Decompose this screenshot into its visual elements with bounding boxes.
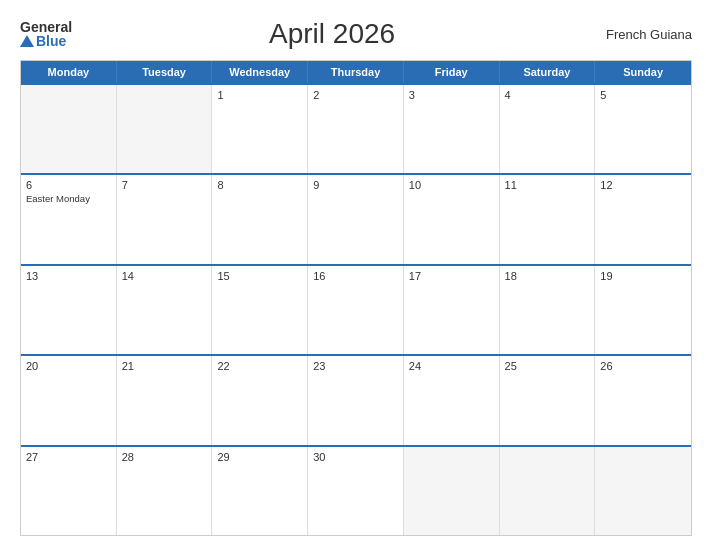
calendar-cell: 5 (595, 85, 691, 173)
date-number: 28 (122, 451, 207, 463)
date-number: 24 (409, 360, 494, 372)
date-number: 15 (217, 270, 302, 282)
date-number: 7 (122, 179, 207, 191)
date-number: 19 (600, 270, 686, 282)
calendar-cell: 9 (308, 175, 404, 263)
date-number: 2 (313, 89, 398, 101)
calendar-page: General Blue April 2026 French Guiana Mo… (0, 0, 712, 550)
calendar-cell: 10 (404, 175, 500, 263)
calendar-cell: 30 (308, 447, 404, 535)
date-number: 5 (600, 89, 686, 101)
date-number: 26 (600, 360, 686, 372)
calendar-cell: 6Easter Monday (21, 175, 117, 263)
date-number: 20 (26, 360, 111, 372)
date-number: 16 (313, 270, 398, 282)
calendar-cell: 8 (212, 175, 308, 263)
calendar-cell: 16 (308, 266, 404, 354)
calendar-cell: 22 (212, 356, 308, 444)
date-number: 4 (505, 89, 590, 101)
logo: General Blue (20, 20, 72, 48)
calendar-cell: 4 (500, 85, 596, 173)
calendar-cell: 15 (212, 266, 308, 354)
calendar-cell: 23 (308, 356, 404, 444)
date-number: 14 (122, 270, 207, 282)
calendar-cell: 27 (21, 447, 117, 535)
calendar-event: Easter Monday (26, 193, 111, 204)
calendar-cell: 1 (212, 85, 308, 173)
weekday-header-row: MondayTuesdayWednesdayThursdayFridaySatu… (21, 61, 691, 83)
calendar-cell: 29 (212, 447, 308, 535)
calendar-cell: 3 (404, 85, 500, 173)
calendar-cell: 19 (595, 266, 691, 354)
weekday-header-monday: Monday (21, 61, 117, 83)
date-number: 21 (122, 360, 207, 372)
calendar-week-3: 13141516171819 (21, 264, 691, 354)
logo-blue-text: Blue (20, 34, 72, 48)
weekday-header-sunday: Sunday (595, 61, 691, 83)
calendar: MondayTuesdayWednesdayThursdayFridaySatu… (20, 60, 692, 536)
date-number: 12 (600, 179, 686, 191)
date-number: 23 (313, 360, 398, 372)
calendar-cell: 24 (404, 356, 500, 444)
calendar-week-2: 6Easter Monday789101112 (21, 173, 691, 263)
calendar-cell (21, 85, 117, 173)
date-number: 18 (505, 270, 590, 282)
calendar-cell (500, 447, 596, 535)
calendar-week-4: 20212223242526 (21, 354, 691, 444)
calendar-cell: 13 (21, 266, 117, 354)
region-label: French Guiana (592, 27, 692, 42)
calendar-cell: 11 (500, 175, 596, 263)
calendar-cell: 7 (117, 175, 213, 263)
calendar-body: 123456Easter Monday789101112131415161718… (21, 83, 691, 535)
date-number: 9 (313, 179, 398, 191)
date-number: 30 (313, 451, 398, 463)
date-number: 10 (409, 179, 494, 191)
date-number: 17 (409, 270, 494, 282)
calendar-cell (595, 447, 691, 535)
calendar-week-1: 12345 (21, 83, 691, 173)
calendar-cell (404, 447, 500, 535)
calendar-cell: 2 (308, 85, 404, 173)
calendar-cell: 14 (117, 266, 213, 354)
calendar-cell: 17 (404, 266, 500, 354)
date-number: 1 (217, 89, 302, 101)
calendar-week-5: 27282930 (21, 445, 691, 535)
date-number: 8 (217, 179, 302, 191)
weekday-header-tuesday: Tuesday (117, 61, 213, 83)
date-number: 27 (26, 451, 111, 463)
calendar-cell: 25 (500, 356, 596, 444)
date-number: 25 (505, 360, 590, 372)
calendar-cell (117, 85, 213, 173)
date-number: 6 (26, 179, 111, 191)
date-number: 13 (26, 270, 111, 282)
calendar-cell: 26 (595, 356, 691, 444)
date-number: 3 (409, 89, 494, 101)
weekday-header-wednesday: Wednesday (212, 61, 308, 83)
date-number: 29 (217, 451, 302, 463)
logo-triangle-icon (20, 35, 34, 47)
weekday-header-saturday: Saturday (500, 61, 596, 83)
calendar-cell: 20 (21, 356, 117, 444)
calendar-cell: 18 (500, 266, 596, 354)
weekday-header-friday: Friday (404, 61, 500, 83)
date-number: 11 (505, 179, 590, 191)
date-number: 22 (217, 360, 302, 372)
month-title: April 2026 (72, 18, 592, 50)
logo-general-text: General (20, 20, 72, 34)
calendar-cell: 28 (117, 447, 213, 535)
calendar-cell: 12 (595, 175, 691, 263)
weekday-header-thursday: Thursday (308, 61, 404, 83)
header: General Blue April 2026 French Guiana (20, 18, 692, 50)
calendar-cell: 21 (117, 356, 213, 444)
